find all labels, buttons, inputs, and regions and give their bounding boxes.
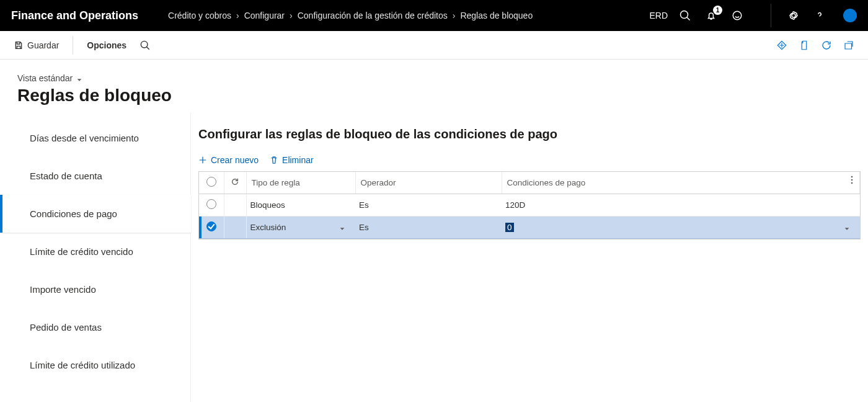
cell-operator[interactable]: Es bbox=[355, 217, 502, 239]
nav-item-account-status[interactable]: Estado de cuenta bbox=[0, 157, 191, 195]
avatar[interactable] bbox=[843, 9, 857, 22]
grid-header-row: Tipo de regla Operador Condiciones de pa… bbox=[199, 172, 860, 194]
delete-label: Eliminar bbox=[282, 155, 314, 165]
nav-item-credit-limit-expired[interactable]: Límite de crédito vencido bbox=[0, 233, 191, 270]
save-button[interactable]: Guardar bbox=[9, 37, 64, 54]
nav-item-days-overdue[interactable]: Días desde el vencimiento bbox=[0, 119, 191, 157]
content-panel: Configurar las reglas de bloqueo de las … bbox=[191, 113, 868, 402]
refresh-icon[interactable] bbox=[821, 40, 832, 51]
smile-icon[interactable] bbox=[731, 9, 743, 22]
col-operator[interactable]: Operador bbox=[355, 172, 502, 194]
grid-options-icon[interactable] bbox=[847, 175, 857, 187]
table-row[interactable]: Exclusión Es 0 bbox=[199, 217, 860, 239]
cell-operator[interactable]: Es bbox=[355, 194, 502, 217]
cell-value-editing[interactable]: 0 bbox=[505, 223, 514, 232]
cell-rule-type[interactable]: Bloqueos bbox=[246, 194, 355, 217]
cell-payment-terms[interactable]: 120D bbox=[502, 194, 860, 217]
breadcrumb-item[interactable]: Reglas de bloqueo bbox=[460, 11, 533, 20]
top-icons: 1 bbox=[679, 4, 857, 27]
diamond-icon[interactable] bbox=[776, 40, 787, 51]
new-label: Crear nuevo bbox=[211, 155, 259, 165]
save-icon bbox=[14, 40, 24, 50]
view-label: Vista estándar bbox=[17, 73, 73, 83]
chevron-right-icon: › bbox=[290, 11, 293, 20]
chevron-down-icon bbox=[76, 75, 82, 81]
page-body: Vista estándar Reglas de bloqueo Días de… bbox=[0, 60, 868, 402]
table-row[interactable]: Bloqueos Es 120D bbox=[199, 194, 860, 217]
view-selector[interactable]: Vista estándar bbox=[17, 73, 868, 83]
toolbar-search-button[interactable] bbox=[135, 37, 155, 54]
chevron-right-icon: › bbox=[453, 11, 456, 20]
section-heading: Configurar las reglas de bloqueo de las … bbox=[198, 114, 861, 153]
options-label: Opciones bbox=[87, 40, 126, 50]
new-button[interactable]: Crear nuevo bbox=[198, 155, 259, 165]
plus-icon bbox=[198, 156, 207, 164]
top-bar: Finance and Operations Crédito y cobros … bbox=[0, 0, 868, 31]
search-icon[interactable] bbox=[679, 9, 691, 22]
notification-badge: 1 bbox=[713, 6, 722, 15]
breadcrumb-item[interactable]: Configuración de la gestión de créditos bbox=[298, 11, 448, 20]
grid-wrapper: Tipo de regla Operador Condiciones de pa… bbox=[198, 171, 861, 239]
save-label: Guardar bbox=[27, 40, 59, 50]
row-selector[interactable] bbox=[199, 217, 224, 239]
rules-grid: Tipo de regla Operador Condiciones de pa… bbox=[198, 171, 861, 239]
grid-toolbar: Crear nuevo Eliminar bbox=[198, 153, 861, 171]
app-title: Finance and Operations bbox=[11, 9, 138, 22]
nav-item-payment-terms[interactable]: Condiciones de pago bbox=[0, 195, 191, 233]
svg-point-2 bbox=[851, 179, 853, 181]
options-button[interactable]: Opciones bbox=[82, 37, 131, 54]
grid-refresh[interactable] bbox=[224, 172, 246, 194]
bell-icon[interactable]: 1 bbox=[705, 9, 717, 22]
attachment-icon[interactable] bbox=[799, 40, 810, 51]
breadcrumb: Crédito y cobros › Configurar › Configur… bbox=[168, 11, 533, 20]
popout-icon[interactable] bbox=[843, 40, 854, 51]
nav-item-overdue-amount[interactable]: Importe vencido bbox=[0, 270, 191, 308]
nav-item-sales-order[interactable]: Pedido de ventas bbox=[0, 308, 191, 346]
breadcrumb-item[interactable]: Configurar bbox=[244, 11, 285, 20]
chevron-right-icon: › bbox=[236, 11, 239, 20]
chevron-down-icon[interactable] bbox=[339, 225, 345, 231]
action-toolbar: Guardar Opciones bbox=[0, 31, 868, 60]
company-code[interactable]: ERD bbox=[649, 11, 668, 20]
row-selector[interactable] bbox=[199, 194, 224, 217]
gear-icon[interactable] bbox=[787, 9, 800, 22]
page-header: Vista estándar Reglas de bloqueo bbox=[0, 60, 868, 113]
svg-point-3 bbox=[851, 182, 853, 184]
toolbar-right bbox=[776, 40, 868, 51]
col-payment-terms[interactable]: Condiciones de pago bbox=[502, 172, 860, 194]
svg-point-0 bbox=[733, 11, 742, 20]
chevron-down-icon[interactable] bbox=[844, 225, 850, 231]
col-rule-type[interactable]: Tipo de regla bbox=[246, 172, 355, 194]
left-nav: Días desde el vencimiento Estado de cuen… bbox=[0, 113, 191, 402]
cell-payment-terms[interactable]: 0 bbox=[502, 217, 860, 239]
select-all[interactable] bbox=[199, 172, 224, 194]
delete-button[interactable]: Eliminar bbox=[270, 155, 314, 165]
page-title: Reglas de bloqueo bbox=[17, 86, 868, 105]
trash-icon bbox=[270, 156, 278, 164]
search-icon bbox=[140, 40, 150, 50]
help-icon[interactable] bbox=[813, 9, 826, 22]
cell-value: Exclusión bbox=[250, 223, 286, 232]
svg-point-1 bbox=[851, 176, 853, 178]
nav-item-credit-limit-used[interactable]: Límite de crédito utilizado bbox=[0, 346, 191, 384]
breadcrumb-item[interactable]: Crédito y cobros bbox=[168, 11, 231, 20]
cell-rule-type[interactable]: Exclusión bbox=[246, 217, 355, 239]
